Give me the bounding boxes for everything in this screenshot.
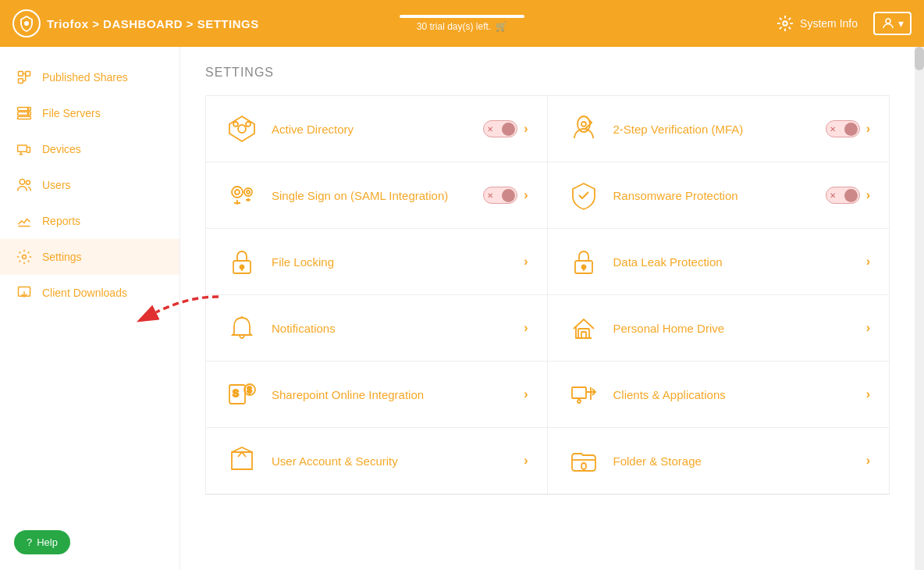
header-center: 30 trial day(s) left. 🛒 bbox=[400, 15, 524, 32]
active-directory-controls: ✕ › bbox=[483, 120, 528, 137]
svg-point-20 bbox=[23, 255, 27, 259]
help-icon: ? bbox=[27, 536, 32, 548]
active-directory-chevron: › bbox=[524, 122, 528, 136]
user-security-label: User Account & Security bbox=[272, 454, 511, 468]
2step-label: 2-Step Verification (MFA) bbox=[613, 123, 813, 136]
sidebar-item-file-servers-label: File Servers bbox=[42, 107, 101, 119]
user-menu-button[interactable]: ▾ bbox=[873, 12, 912, 35]
settings-item-home-drive[interactable]: Personal Home Drive › bbox=[548, 295, 890, 362]
svg-rect-47 bbox=[572, 387, 586, 398]
sidebar-item-published-shares[interactable]: Published Shares bbox=[0, 59, 179, 95]
settings-grid: Active Directory ✕ › bbox=[205, 96, 890, 495]
clients-apps-label: Clients & Applications bbox=[613, 388, 854, 401]
file-locking-label: File Locking bbox=[272, 255, 511, 269]
sidebar-item-users[interactable]: Users bbox=[0, 167, 179, 203]
main-container: Published Shares File Servers bbox=[0, 47, 924, 570]
settings-item-2step[interactable]: 2-Step Verification (MFA) ✕ › bbox=[548, 96, 890, 162]
sso-toggle[interactable]: ✕ bbox=[483, 187, 517, 204]
folder-storage-controls: › bbox=[866, 454, 870, 468]
svg-point-29 bbox=[581, 122, 586, 126]
sharepoint-chevron: › bbox=[524, 387, 528, 401]
home-drive-chevron: › bbox=[866, 321, 870, 335]
notifications-controls: › bbox=[524, 321, 528, 335]
sidebar-item-devices[interactable]: Devices bbox=[0, 131, 179, 167]
svg-point-18 bbox=[27, 180, 30, 184]
help-button[interactable]: ? Help bbox=[14, 530, 70, 554]
svg-point-1 bbox=[783, 21, 787, 26]
2step-controls: ✕ › bbox=[826, 120, 870, 137]
folder-storage-label: Folder & Storage bbox=[613, 454, 854, 468]
ransomware-chevron: › bbox=[866, 188, 870, 202]
ransomware-icon bbox=[567, 178, 601, 212]
help-label: Help bbox=[37, 536, 58, 548]
gear-icon bbox=[777, 15, 794, 32]
notifications-chevron: › bbox=[524, 321, 528, 335]
svg-rect-5 bbox=[26, 72, 30, 77]
user-security-icon bbox=[225, 444, 259, 478]
settings-item-data-leak[interactable]: Data Leak Protection › bbox=[548, 229, 890, 295]
sidebar-item-settings-label: Settings bbox=[42, 251, 82, 263]
sidebar: Published Shares File Servers bbox=[0, 47, 180, 570]
2step-chevron: › bbox=[866, 122, 870, 136]
sso-controls: ✕ › bbox=[483, 187, 528, 204]
user-icon bbox=[881, 16, 895, 30]
svg-point-0 bbox=[24, 21, 29, 26]
svg-rect-42 bbox=[581, 332, 586, 338]
scrollbar-thumb[interactable] bbox=[915, 47, 924, 70]
clients-apps-icon bbox=[567, 377, 601, 411]
svg-point-33 bbox=[247, 191, 250, 194]
sidebar-item-reports[interactable]: Reports bbox=[0, 203, 179, 239]
ransomware-toggle[interactable]: ✕ bbox=[826, 187, 860, 204]
settings-item-ransomware[interactable]: Ransomware Protection ✕ › bbox=[548, 162, 890, 229]
svg-point-13 bbox=[27, 113, 29, 115]
svg-point-27 bbox=[246, 122, 251, 126]
settings-item-file-locking[interactable]: File Locking › bbox=[206, 229, 548, 295]
svg-point-30 bbox=[232, 187, 243, 198]
ransomware-label: Ransomware Protection bbox=[613, 189, 813, 202]
svg-point-25 bbox=[238, 125, 246, 133]
settings-item-sso[interactable]: Single Sign on (SAML Integration) ✕ › bbox=[206, 162, 548, 229]
sidebar-item-client-downloads[interactable]: Client Downloads bbox=[0, 275, 179, 311]
user-security-controls: › bbox=[524, 454, 528, 468]
data-leak-label: Data Leak Protection bbox=[613, 255, 854, 269]
sharepoint-label: Sharepoint Online Integration bbox=[272, 388, 511, 401]
sidebar-item-file-servers[interactable]: File Servers bbox=[0, 95, 179, 131]
sidebar-item-client-downloads-label: Client Downloads bbox=[42, 287, 127, 299]
settings-item-notifications[interactable]: Notifications › bbox=[206, 295, 548, 362]
sidebar-item-settings[interactable]: Settings bbox=[0, 239, 179, 275]
home-drive-label: Personal Home Drive bbox=[613, 322, 854, 335]
svg-marker-24 bbox=[229, 116, 254, 141]
reports-icon bbox=[16, 212, 33, 230]
settings-item-sharepoint[interactable]: S $ Sharepoint Online Integration › bbox=[206, 362, 548, 428]
svg-text:S: S bbox=[233, 388, 239, 399]
page-title: SETTINGS bbox=[205, 66, 890, 80]
2step-toggle[interactable]: ✕ bbox=[826, 120, 860, 137]
trial-progress-bar bbox=[400, 15, 524, 18]
sso-label: Single Sign on (SAML Integration) bbox=[272, 189, 471, 202]
settings-item-clients-apps[interactable]: Clients & Applications › bbox=[548, 362, 890, 428]
settings-item-active-directory[interactable]: Active Directory ✕ › bbox=[206, 96, 548, 162]
sharepoint-icon: S $ bbox=[225, 377, 259, 411]
system-info-button[interactable]: System Info bbox=[777, 15, 858, 32]
file-locking-chevron: › bbox=[524, 255, 528, 269]
active-directory-toggle[interactable]: ✕ bbox=[483, 120, 517, 137]
svg-rect-14 bbox=[18, 145, 27, 151]
cart-icon: 🛒 bbox=[496, 21, 507, 32]
header-left: Triofox > DASHBOARD > SETTINGS bbox=[12, 9, 400, 37]
svg-point-26 bbox=[233, 122, 238, 126]
scrollbar-track[interactable] bbox=[915, 47, 924, 570]
sso-chevron: › bbox=[524, 188, 528, 202]
settings-item-folder-storage[interactable]: Folder & Storage › bbox=[548, 428, 890, 494]
data-leak-controls: › bbox=[866, 255, 870, 269]
trial-text: 30 trial day(s) left. 🛒 bbox=[417, 21, 507, 32]
system-info-label: System Info bbox=[800, 17, 858, 30]
devices-icon bbox=[16, 141, 33, 158]
sharepoint-controls: › bbox=[524, 387, 528, 401]
download-icon bbox=[16, 284, 33, 301]
user-security-chevron: › bbox=[524, 454, 528, 468]
settings-item-user-security[interactable]: User Account & Security › bbox=[206, 428, 548, 494]
home-drive-icon bbox=[567, 311, 601, 345]
content-area: SETTINGS Active Directory ✕ bbox=[180, 47, 915, 570]
sso-icon bbox=[225, 178, 259, 212]
notifications-icon bbox=[225, 311, 259, 345]
